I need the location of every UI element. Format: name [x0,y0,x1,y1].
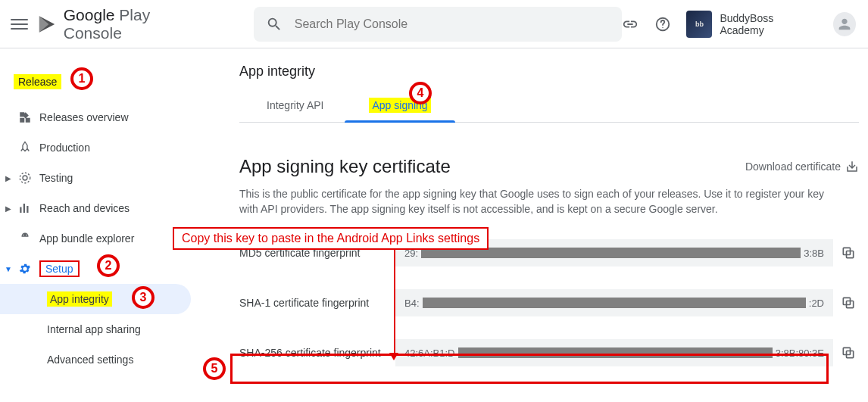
fingerprint-prefix: 42:6A:B1:D [404,347,455,359]
help-icon[interactable] [654,15,672,33]
annotation-arrow-head [389,353,398,360]
sidebar-item-label: Production [39,142,90,154]
section-header: App signing key certificate Download cer… [239,156,859,177]
fingerprint-suffix: 3:8B:80:3E [776,347,824,359]
sidebar-section-release: Release [14,74,61,89]
sidebar-sub-label: App integrity [47,291,112,307]
search-icon [266,16,283,33]
sidebar-sub-advanced-settings[interactable]: Advanced settings [0,344,200,375]
bars-icon [18,201,39,215]
sidebar-item-production[interactable]: Production [0,132,200,163]
sidebar-sub-label: Advanced settings [47,354,133,366]
fingerprint-label: SHA-1 certificate fingerprint [239,297,395,309]
annotation-circle-1: 1 [70,67,93,90]
annotation-arrow-line [394,248,395,354]
svg-point-2 [23,176,27,180]
sidebar: Release Releases overview Production ▶Te… [0,48,200,402]
svg-rect-6 [27,206,28,213]
download-certificate-link[interactable]: Download certificate [745,160,859,173]
flask-icon [18,171,39,185]
annotation-circle-5: 5 [203,357,226,380]
account-name: BuddyBoss Academy [720,12,814,36]
annotation-circle-2: 2 [97,254,120,277]
search-input[interactable] [295,17,610,31]
logo-text: Google Play Console [64,6,207,42]
section-description: This is the public certificate for the a… [239,186,845,217]
sidebar-item-label: Releases overview [39,111,129,123]
sidebar-sub-internal-app-sharing[interactable]: Internal app sharing [0,314,200,344]
link-icon[interactable] [622,15,639,33]
sidebar-list: Releases overview Production ▶Testing ▶R… [0,102,200,375]
fingerprint-row-sha256: SHA-256 certificate fingerprint 42:6A:B1… [239,339,859,366]
redacted-bar [458,347,773,358]
annotation-circle-4: 4 [409,82,432,104]
fingerprint-label: SHA-256 certificate fingerprint [239,347,395,359]
redacted-bar [423,298,806,308]
tab-integrity-api[interactable]: Integrity API [267,99,323,122]
gear-icon [18,262,39,276]
header: Google Play Console bb BuddyBoss Academy [0,0,868,48]
sidebar-item-label: Reach and devices [39,202,130,214]
fingerprint-suffix: 3:8B [804,248,824,259]
svg-point-7 [23,235,24,236]
sidebar-item-app-bundle-explorer[interactable]: App bundle explorer [0,223,200,254]
android-icon [18,232,39,245]
account-app-icon: bb [686,11,712,38]
fingerprint-prefix: B4: [404,298,420,309]
header-actions: bb BuddyBoss Academy [622,11,856,38]
copy-button[interactable] [838,345,859,360]
sidebar-item-label: Setup [45,263,73,275]
play-console-logo[interactable]: Google Play Console [36,6,207,42]
svg-rect-5 [23,204,25,213]
chevron-down-icon: ▼ [5,265,12,273]
sidebar-item-releases-overview[interactable]: Releases overview [0,102,200,132]
svg-point-8 [27,235,28,236]
main-content: App integrity Integrity API App signing … [239,48,859,366]
annotation-copy-hint: Copy this key to paste in the Android Ap… [173,227,489,250]
svg-point-1 [662,26,663,27]
svg-rect-4 [20,207,21,213]
sidebar-item-reach-devices[interactable]: ▶Reach and devices [0,193,200,223]
sidebar-item-label: App bundle explorer [39,232,134,245]
widgets-icon [18,111,39,124]
copy-button[interactable] [838,295,859,310]
account-chip[interactable]: bb BuddyBoss Academy [686,11,814,38]
copy-button[interactable] [838,245,859,260]
search-box[interactable] [254,7,622,42]
rocket-icon [18,141,39,154]
tabs: Integrity API App signing [239,99,859,123]
annotation-circle-3: 3 [132,286,155,309]
sidebar-item-testing[interactable]: ▶Testing [0,163,200,193]
user-avatar[interactable] [833,12,856,36]
svg-point-3 [20,173,30,183]
sidebar-sub-app-integrity[interactable]: App integrity [0,284,191,314]
download-certificate-label: Download certificate [745,160,841,173]
fingerprint-value-box: B4::2D [395,289,833,316]
chevron-right-icon: ▶ [5,174,12,182]
fingerprint-row-sha1: SHA-1 certificate fingerprint B4::2D [239,289,859,316]
page-title: App integrity [239,64,859,79]
menu-icon[interactable] [11,15,28,33]
sidebar-sub-label: Internal app sharing [47,323,141,335]
fingerprint-value-box: 42:6A:B1:D3:8B:80:3E [395,339,833,366]
section-heading: App signing key certificate [239,156,451,177]
sidebar-setup-highlight-box: Setup [39,260,80,277]
chevron-right-icon: ▶ [5,204,12,213]
fingerprint-suffix: :2D [809,298,824,309]
sidebar-item-label: Testing [39,172,73,184]
download-icon [845,160,859,173]
play-triangle-icon [36,13,58,36]
